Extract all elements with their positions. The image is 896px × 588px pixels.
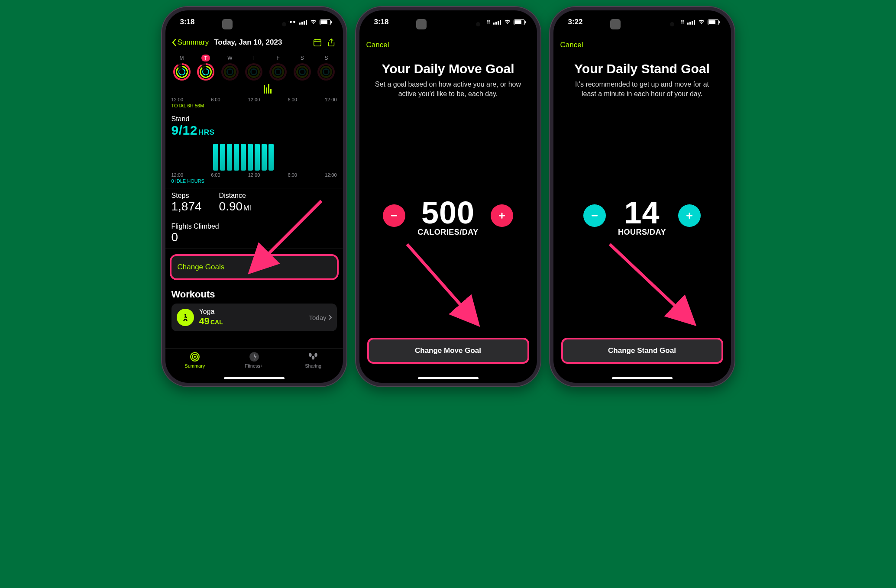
workout-calories: 49CAL xyxy=(199,316,223,327)
dynamic-island xyxy=(608,16,677,32)
back-label: Summary xyxy=(178,38,209,47)
share-button[interactable] xyxy=(326,37,337,48)
increase-button[interactable] xyxy=(678,204,701,227)
page-title: Your Daily Stand Goal xyxy=(553,51,731,80)
screen-activity: 3:18 ••• Summary Today, Jan 10, 2023 xyxy=(165,10,343,383)
activity-ring-icon xyxy=(317,63,335,81)
cancel-button[interactable]: Cancel xyxy=(553,34,731,51)
battery-icon xyxy=(514,19,525,25)
day-sat[interactable]: S xyxy=(292,55,313,81)
phone-3: 3:22 ⠿ Cancel Your Daily Stand Goal It's… xyxy=(549,6,735,387)
week-selector: M T W T F S S xyxy=(165,51,343,82)
activity-ring-icon xyxy=(221,63,239,81)
distance-metric: Distance 0.90MI xyxy=(219,192,251,213)
distance-label: Distance xyxy=(219,192,251,200)
status-time: 3:18 xyxy=(180,18,195,26)
battery-icon xyxy=(708,19,719,25)
wifi-icon xyxy=(698,18,705,26)
stand-chart xyxy=(171,140,337,171)
tab-sharing[interactable]: Sharing xyxy=(284,351,343,383)
cellular-icon xyxy=(299,19,307,25)
svg-rect-8 xyxy=(499,215,505,216)
activity-ring-icon xyxy=(245,63,262,81)
chevron-left-icon xyxy=(171,39,177,46)
yoga-icon xyxy=(177,309,194,326)
rings-icon xyxy=(189,351,201,362)
phone-2: 3:18 ⠿ Cancel Your Daily Move Goal Set a… xyxy=(355,6,541,387)
svg-rect-6 xyxy=(391,215,397,216)
goal-unit: CALORIES/DAY xyxy=(417,228,478,237)
home-indicator[interactable] xyxy=(612,377,673,379)
move-spark-chart xyxy=(171,84,337,95)
share-icon xyxy=(327,38,336,47)
stand-section: Stand 9/12HRS xyxy=(165,112,343,171)
page-title: Today, Jan 10, 2023 xyxy=(214,38,282,47)
move-axis: 12:006:0012:006:0012:00 xyxy=(165,96,343,102)
minus-icon xyxy=(389,210,399,221)
nav-bar: Summary Today, Jan 10, 2023 xyxy=(165,34,343,51)
goal-unit: HOURS/DAY xyxy=(618,228,666,237)
workout-card[interactable]: Yoga 49CAL Today xyxy=(171,304,337,331)
change-stand-goal-button[interactable]: Change Stand Goal xyxy=(561,338,723,364)
svg-rect-0 xyxy=(314,40,321,46)
sharing-icon xyxy=(307,351,319,362)
phone-1: 3:18 ••• Summary Today, Jan 10, 2023 xyxy=(161,6,347,387)
activity-ring-icon xyxy=(294,63,311,81)
dots-icon: ⠿ xyxy=(681,19,685,25)
battery-icon xyxy=(320,19,331,25)
day-fri[interactable]: F xyxy=(268,55,288,81)
change-goals-button[interactable]: Change Goals xyxy=(170,254,339,280)
workout-when: Today xyxy=(309,314,331,321)
day-wed[interactable]: W xyxy=(220,55,240,81)
page-description: It's recommended to get up and move for … xyxy=(553,80,731,99)
goal-stepper: 14 HOURS/DAY xyxy=(553,99,731,333)
steps-value: 1,874 xyxy=(171,200,202,213)
page-title: Your Daily Move Goal xyxy=(359,51,537,80)
increase-button[interactable] xyxy=(491,204,513,227)
screen-move-goal: 3:18 ⠿ Cancel Your Daily Move Goal Set a… xyxy=(359,10,537,383)
home-indicator[interactable] xyxy=(418,377,479,379)
day-tue[interactable]: T xyxy=(195,55,216,81)
fitness-icon xyxy=(249,351,260,362)
decrease-button[interactable] xyxy=(383,204,405,227)
day-mon[interactable]: M xyxy=(171,55,192,81)
flights-value: 0 xyxy=(171,230,337,244)
goal-value: 14 xyxy=(618,195,666,230)
cellular-icon xyxy=(493,19,501,25)
wifi-icon xyxy=(310,18,317,26)
day-thu[interactable]: T xyxy=(243,55,264,81)
stand-label: Stand xyxy=(171,115,337,123)
minus-icon xyxy=(589,210,600,221)
flights-metric: Flights Climbed 0 xyxy=(165,218,343,249)
change-move-goal-button[interactable]: Change Move Goal xyxy=(367,338,529,364)
decrease-button[interactable] xyxy=(583,204,606,227)
cellular-icon xyxy=(687,19,695,25)
page-description: Set a goal based on how active you are, … xyxy=(359,80,537,99)
dynamic-island xyxy=(414,16,483,32)
svg-rect-12 xyxy=(686,215,692,216)
idle-hours-label: 0 IDLE HOURS xyxy=(165,178,343,188)
goal-value: 500 xyxy=(417,195,478,230)
wifi-icon xyxy=(504,18,511,26)
stand-axis: 12:006:0012:006:0012:00 xyxy=(165,171,343,178)
steps-label: Steps xyxy=(171,192,202,200)
flights-label: Flights Climbed xyxy=(171,223,337,230)
goal-stepper: 500 CALORIES/DAY xyxy=(359,99,537,333)
tab-summary[interactable]: Summary xyxy=(165,351,225,383)
plus-icon xyxy=(684,210,695,221)
cancel-button[interactable]: Cancel xyxy=(359,34,537,51)
distance-value: 0.90MI xyxy=(219,200,251,213)
steps-metric: Steps 1,874 xyxy=(171,192,202,213)
metrics-row: Steps 1,874 Distance 0.90MI xyxy=(165,188,343,218)
calendar-button[interactable] xyxy=(312,37,323,48)
day-sun[interactable]: S xyxy=(316,55,336,81)
chevron-right-icon xyxy=(328,314,332,320)
dots-icon: ⠿ xyxy=(487,19,491,25)
workout-name: Yoga xyxy=(199,308,223,316)
calendar-icon xyxy=(313,38,322,47)
activity-ring-icon xyxy=(197,63,214,81)
workouts-header: Workouts xyxy=(165,285,343,304)
screen-stand-goal: 3:22 ⠿ Cancel Your Daily Stand Goal It's… xyxy=(553,10,731,383)
back-button[interactable]: Summary xyxy=(171,38,209,47)
home-indicator[interactable] xyxy=(224,377,285,379)
